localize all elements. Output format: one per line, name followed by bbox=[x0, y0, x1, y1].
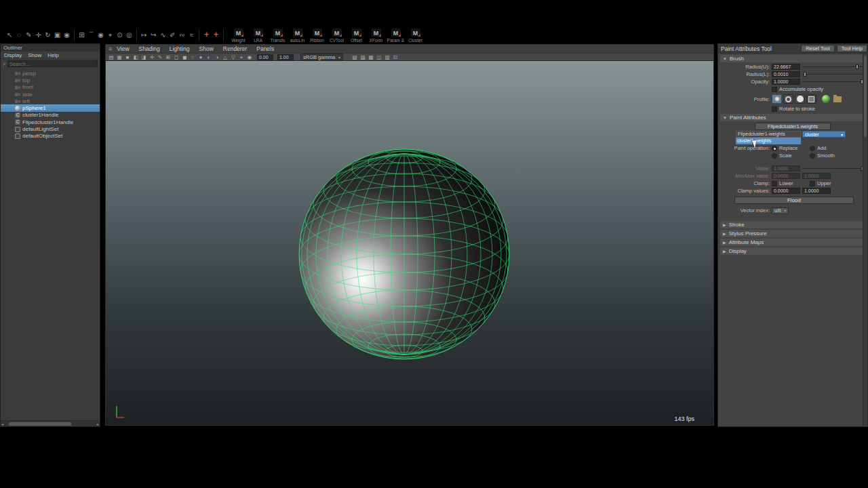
outliner-item-defaultLightSet[interactable]: defaultLightSet bbox=[1, 125, 100, 132]
construction-history-icon[interactable]: ∿ bbox=[159, 30, 167, 40]
set-keyframe-options-icon[interactable]: + bbox=[212, 30, 220, 40]
viewport-canvas[interactable]: 143 fps bbox=[106, 61, 713, 425]
xray-icon[interactable]: ▥ bbox=[384, 54, 391, 61]
field-chart-icon[interactable]: ● bbox=[197, 54, 204, 61]
image-plane-icon[interactable]: ◨ bbox=[140, 54, 147, 61]
outliner-item-top[interactable]: top bbox=[1, 77, 100, 83]
frame-all-icon[interactable]: △ bbox=[222, 54, 229, 61]
browse-profile-folder-icon[interactable] bbox=[833, 96, 842, 102]
safe-action-icon[interactable]: ◐ bbox=[205, 54, 212, 61]
output-connections-icon[interactable]: ↪ bbox=[149, 30, 158, 40]
set-keyframe-icon[interactable]: + bbox=[202, 30, 211, 40]
outliner-item-side[interactable]: side bbox=[1, 91, 100, 98]
safe-title-icon[interactable]: ◑ bbox=[214, 54, 220, 61]
character-set-icon[interactable]: ◉ bbox=[62, 30, 71, 40]
lighting-icon[interactable]: ⌖ bbox=[238, 54, 245, 61]
paint-select-tool-icon[interactable]: ✎ bbox=[24, 30, 33, 40]
grid-icon[interactable]: ⊞ bbox=[165, 54, 172, 61]
outliner-menu-show[interactable]: Show bbox=[28, 52, 41, 58]
outliner-item-persp[interactable]: persp bbox=[1, 70, 100, 77]
input-connections-icon[interactable]: ↦ bbox=[140, 30, 149, 40]
psphere-wireframe[interactable] bbox=[296, 146, 513, 363]
viewport-menu-shading[interactable]: Shading bbox=[139, 45, 160, 52]
frame-selection-icon[interactable]: ▽ bbox=[230, 54, 237, 61]
shelf-button-cluster[interactable]: MCluster bbox=[406, 28, 425, 43]
snap-view-plane-icon[interactable]: ⊙ bbox=[115, 30, 124, 40]
outliner-item-left[interactable]: left bbox=[1, 98, 100, 104]
shelf-button-ribbon[interactable]: MRibbon bbox=[308, 28, 326, 43]
tool-help-button[interactable]: Tool Help bbox=[837, 45, 867, 52]
outliner-item-front[interactable]: front bbox=[1, 84, 100, 91]
attribute-name-item[interactable]: Flipedcluster1-weights bbox=[736, 131, 801, 138]
radius-l-field[interactable]: 0.0010 bbox=[772, 71, 800, 77]
tool-settings-vscroll-thumb[interactable] bbox=[864, 56, 867, 137]
textured-icon[interactable]: ▩ bbox=[368, 54, 374, 61]
move-tool-icon[interactable]: ✛ bbox=[34, 30, 43, 40]
ipr-render-icon[interactable]: ∾ bbox=[178, 30, 186, 40]
op-add-radio[interactable] bbox=[810, 146, 815, 151]
viewport-menu-lighting[interactable]: Lighting bbox=[170, 45, 190, 52]
outliner-item-Flipedcluster1Handle[interactable]: Flipedcluster1Handle bbox=[1, 119, 100, 125]
shelf-button-transfo[interactable]: MTransfo bbox=[269, 28, 287, 43]
attribute-selected-item[interactable]: cluster1.weights bbox=[736, 138, 801, 144]
brush-profile-soft-icon[interactable] bbox=[772, 94, 782, 104]
panel-menu-icon[interactable]: ≡ bbox=[108, 45, 112, 52]
section-paint-attributes[interactable]: ▼ Paint Attributes bbox=[720, 114, 865, 121]
scroll-right-icon[interactable]: ▸ bbox=[97, 422, 99, 426]
viewport-menu-show[interactable]: Show bbox=[199, 45, 214, 52]
viewport-menu-renderer[interactable]: Renderer bbox=[223, 45, 247, 52]
op-scale-radio[interactable] bbox=[772, 153, 777, 159]
flood-button[interactable]: Flood bbox=[734, 197, 854, 204]
accumulate-opacity-checkbox[interactable] bbox=[772, 87, 777, 92]
snap-curve-icon[interactable]: ⌒ bbox=[87, 30, 96, 40]
make-live-icon[interactable]: ◎ bbox=[125, 30, 134, 40]
shelf-button-param[interactable]: MParam & bbox=[387, 28, 405, 43]
2d-pan-zoom-icon[interactable]: ✛ bbox=[149, 54, 155, 61]
film-gate-icon[interactable]: ◻ bbox=[173, 54, 180, 61]
radius-l-slider[interactable] bbox=[802, 71, 863, 77]
camera-attributes-icon[interactable]: ■ bbox=[124, 54, 131, 61]
viewport-menu-view[interactable]: View bbox=[117, 45, 129, 52]
wireframe-icon[interactable]: ▧ bbox=[351, 54, 358, 61]
section-stylus-pressure[interactable]: ▶ Stylus Pressure bbox=[720, 230, 865, 237]
cluster-type-dropdown[interactable]: cluster ▾ bbox=[802, 131, 846, 138]
isolate-select-icon[interactable]: ⊡ bbox=[392, 54, 399, 61]
gamma-field[interactable]: 1.00 bbox=[277, 54, 294, 60]
outliner-menu-help[interactable]: Help bbox=[47, 52, 58, 58]
lasso-tool-icon[interactable]: ◌ bbox=[15, 30, 24, 40]
outliner-item-cluster1Handle[interactable]: cluster1Handle bbox=[1, 112, 100, 119]
shelf-button-xform[interactable]: MXForm bbox=[367, 28, 385, 43]
color-space-dropdown[interactable]: sRGB gamma ▾ bbox=[300, 54, 343, 60]
op-smooth-radio[interactable] bbox=[810, 153, 815, 159]
section-stroke[interactable]: ▶ Stroke bbox=[720, 221, 865, 228]
brush-profile-solid-icon[interactable] bbox=[795, 94, 805, 104]
bookmark-icon[interactable]: ◧ bbox=[132, 54, 139, 61]
paintable-attribute-dropdown[interactable]: Flipedcluster1.weights bbox=[755, 123, 831, 130]
grease-pencil-icon[interactable]: ✎ bbox=[157, 54, 163, 61]
section-display[interactable]: ▶ Display bbox=[720, 247, 865, 255]
brush-profile-ring-icon[interactable] bbox=[783, 94, 793, 104]
shaded-icon[interactable]: ▨ bbox=[359, 54, 366, 61]
opacity-slider[interactable] bbox=[802, 79, 863, 85]
paint-preview-sphere-icon[interactable] bbox=[822, 95, 830, 103]
select-tool-icon[interactable]: ↖ bbox=[5, 30, 14, 40]
use-all-lights-icon[interactable]: ◫ bbox=[376, 54, 382, 61]
brush-profile-square-icon[interactable] bbox=[806, 94, 816, 104]
outliner-hscroll-thumb[interactable] bbox=[9, 422, 71, 426]
gate-mask-icon[interactable]: ○ bbox=[189, 54, 196, 61]
outliner-item-pSphere1[interactable]: pSphere1 bbox=[1, 104, 100, 111]
reset-tool-button[interactable]: Reset Tool bbox=[801, 45, 834, 52]
scroll-left-icon[interactable]: ◂ bbox=[1, 422, 3, 426]
shelf-button-cvtool[interactable]: MCVTool bbox=[328, 28, 346, 43]
snap-grid-icon[interactable]: ⊞ bbox=[77, 30, 86, 40]
scale-tool-icon[interactable]: ▣ bbox=[53, 30, 62, 40]
exposure-field[interactable]: 0.00 bbox=[257, 54, 273, 60]
snap-projected-center-icon[interactable]: ⌖ bbox=[106, 30, 115, 40]
select-camera-icon[interactable]: ▤ bbox=[108, 54, 115, 61]
vector-index-dropdown[interactable]: u/it ▾ bbox=[772, 207, 789, 214]
snap-point-icon[interactable]: ◉ bbox=[96, 30, 105, 40]
radius-u-field[interactable]: 22.6667 bbox=[772, 64, 800, 70]
shelf-button-autolin[interactable]: MautoLin bbox=[288, 28, 307, 43]
shelf-button-lra[interactable]: MLRA bbox=[249, 28, 267, 43]
section-attribute-maps[interactable]: ▶ Attribute Maps bbox=[720, 239, 865, 246]
